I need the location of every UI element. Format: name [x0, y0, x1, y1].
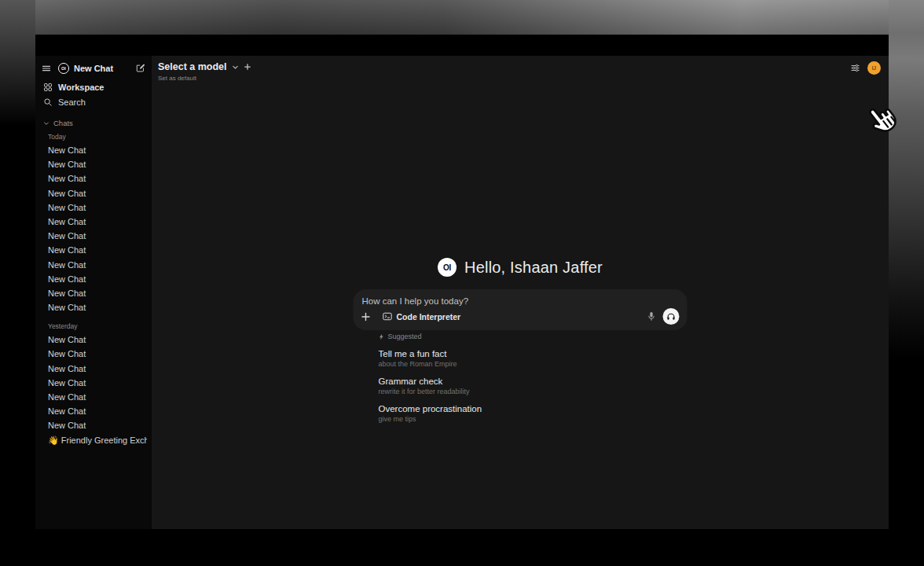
chat-item[interactable]: New Chat — [40, 300, 147, 314]
app-window: OI New Chat Workspace Searc — [35, 35, 889, 529]
wallpaper-left — [0, 0, 35, 126]
message-input-card[interactable]: How can I help you today? Code Interpret… — [354, 289, 688, 330]
set-as-default-link[interactable]: Set as default — [158, 75, 251, 82]
chat-item[interactable]: New Chat — [40, 272, 147, 286]
chat-sections: TodayNew ChatNew ChatNew ChatNew ChatNew… — [40, 133, 147, 433]
app-logo: OI — [58, 63, 69, 74]
suggestion-subtitle: rewrite it for better readability — [379, 388, 688, 395]
chat-item[interactable]: New Chat — [40, 286, 147, 300]
suggestions-list: Tell me a fun factabout the Roman Empire… — [379, 349, 688, 423]
chat-section-label: Yesterday — [48, 322, 147, 330]
chat-item[interactable]: New Chat — [40, 258, 147, 272]
chevron-down-icon — [232, 64, 239, 71]
chat-item[interactable]: New Chat — [40, 362, 147, 376]
suggestion-item[interactable]: Overcome procrastinationgive me tips — [379, 404, 688, 423]
chat-item[interactable]: New Chat — [40, 157, 147, 171]
workspace-grid-icon — [43, 83, 53, 92]
voice-call-button[interactable] — [663, 308, 680, 325]
suggestion-subtitle: give me tips — [379, 415, 688, 423]
sidebar-toggle-icon[interactable] — [42, 64, 51, 73]
headphones-icon — [666, 311, 676, 322]
chat-item[interactable]: New Chat — [40, 404, 147, 418]
chat-item[interactable]: New Chat — [40, 376, 147, 390]
model-selector-label: Select a model — [158, 61, 227, 72]
add-model-icon[interactable] — [244, 63, 251, 71]
chat-item[interactable]: New Chat — [40, 229, 147, 243]
sidebar: OI New Chat Workspace Searc — [35, 56, 152, 529]
suggestion-title: Grammar check — [379, 377, 688, 386]
chats-collapse-header[interactable]: Chats — [43, 119, 147, 127]
chat-item-friendly-greeting[interactable]: 👋 Friendly Greeting Exchange — [40, 433, 147, 447]
chat-item[interactable]: New Chat — [40, 215, 147, 229]
greeting-text: Hello, Ishaan Jaffer — [464, 259, 603, 277]
greeting-header: OI Hello, Ishaan Jaffer — [438, 258, 603, 277]
new-chat-title[interactable]: New Chat — [74, 64, 135, 73]
sidebar-item-label: Workspace — [58, 83, 104, 92]
chat-item[interactable]: New Chat — [40, 171, 147, 186]
attach-plus-icon[interactable] — [361, 312, 371, 322]
suggested-label: Suggested — [388, 333, 422, 340]
sidebar-item-workspace[interactable]: Workspace — [40, 79, 147, 94]
suggestion-title: Overcome procrastination — [379, 404, 688, 413]
desktop-backdrop: OI New Chat Workspace Searc — [0, 0, 924, 566]
microphone-icon[interactable] — [647, 311, 656, 322]
chat-item[interactable]: New Chat — [40, 390, 147, 404]
suggestion-subtitle: about the Roman Empire — [379, 360, 688, 368]
suggestion-item[interactable]: Tell me a fun factabout the Roman Empire — [379, 349, 688, 368]
chats-header-label: Chats — [53, 119, 73, 127]
chat-item[interactable]: New Chat — [40, 186, 147, 200]
main-panel: Select a model Set as default IJ — [152, 56, 889, 529]
chat-item[interactable]: New Chat — [40, 200, 147, 215]
user-avatar[interactable]: IJ — [867, 61, 881, 75]
model-selector[interactable]: Select a model — [158, 61, 251, 72]
suggestion-item[interactable]: Grammar checkrewrite it for better reada… — [379, 377, 688, 395]
wallpaper-right — [889, 0, 924, 369]
chat-item[interactable]: New Chat — [40, 333, 147, 347]
new-chat-edit-icon[interactable] — [135, 63, 145, 73]
controls-sliders-icon[interactable] — [850, 63, 860, 73]
message-input-placeholder[interactable]: How can I help you today? — [362, 296, 679, 306]
sidebar-item-label: Search — [58, 97, 86, 107]
chat-item[interactable]: New Chat — [40, 347, 147, 361]
chat-item[interactable]: New Chat — [40, 243, 147, 257]
search-icon — [43, 97, 53, 107]
chevron-down-icon — [43, 120, 50, 127]
bolt-icon — [379, 333, 385, 340]
app-logo: OI — [438, 258, 456, 277]
chat-item[interactable]: New Chat — [40, 143, 147, 157]
wallpaper-top — [0, 0, 924, 35]
suggestion-title: Tell me a fun fact — [379, 349, 688, 358]
terminal-icon — [383, 311, 393, 322]
chat-item[interactable]: New Chat — [40, 418, 147, 432]
chat-section-label: Today — [48, 133, 147, 141]
code-interpreter-toggle[interactable]: Code Interpreter — [383, 311, 461, 322]
suggested-section: Suggested Tell me a fun factabout the Ro… — [354, 333, 688, 423]
code-interpreter-label: Code Interpreter — [397, 312, 461, 322]
window-titlebar — [35, 35, 889, 56]
sidebar-item-search[interactable]: Search — [40, 94, 147, 109]
